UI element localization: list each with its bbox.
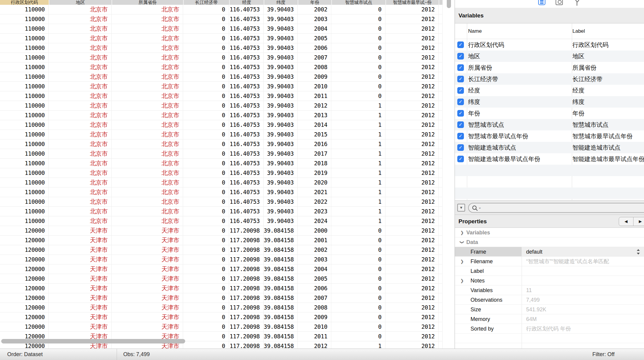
cell[interactable]: 117.20098 [229,284,264,293]
cell[interactable]: 120000 [0,245,49,255]
cell[interactable]: 1 [331,168,385,178]
cell[interactable]: 2008 [298,303,331,313]
chevron-right-icon[interactable]: ❯ [460,228,464,237]
cell[interactable]: 天津市 [49,303,112,313]
cell[interactable]: 116.40753 [229,43,264,53]
cell[interactable]: 2017 [298,149,331,159]
cell[interactable]: 北京市 [49,53,112,63]
cell[interactable]: 120000 [0,284,49,293]
cell[interactable]: 120000 [0,255,49,264]
cell[interactable]: 39.90403 [264,120,298,130]
cell[interactable]: 2005 [298,274,331,284]
cell[interactable]: 116.40753 [229,5,264,14]
cell[interactable]: 110000 [0,101,49,111]
cell[interactable]: 天津市 [49,274,112,284]
cell[interactable]: 天津市 [112,255,183,264]
cell[interactable]: 0 [331,313,385,322]
cell[interactable]: 北京市 [49,82,112,91]
cell[interactable]: 0 [183,43,229,53]
cell[interactable]: 2002 [298,245,331,255]
cell[interactable]: 0 [183,303,229,313]
cell[interactable]: 0 [183,159,229,168]
cell[interactable]: 北京市 [112,72,183,82]
variable-row[interactable]: ✓智能建造城市试点智能建造城市试点 [455,142,644,153]
cell[interactable]: 0 [183,332,229,341]
cell[interactable]: 120000 [0,236,49,245]
cell[interactable]: 0 [331,236,385,245]
cell[interactable]: 0 [331,63,385,72]
cell[interactable]: 2010 [298,82,331,91]
cell[interactable]: 2012 [385,245,439,255]
cell[interactable]: 39.90403 [264,14,298,24]
cell[interactable]: 天津市 [112,293,183,303]
cell[interactable]: 北京市 [112,82,183,91]
cell[interactable]: 2012 [385,255,439,264]
cell[interactable]: 39.90403 [264,53,298,63]
cell[interactable]: 0 [331,264,385,274]
cell[interactable]: 北京市 [112,63,183,72]
cell[interactable]: 2012 [298,341,331,349]
variable-row[interactable]: ✓年份年份 [455,108,644,119]
property-row[interactable]: Variables11 [455,285,644,295]
cell[interactable]: 北京市 [112,207,183,216]
cell[interactable]: 2012 [385,91,439,101]
name-column-header[interactable]: Name [468,23,482,39]
variable-row[interactable]: ✓行政区划代码行政区划代码 [455,39,644,50]
cell[interactable]: 天津市 [112,245,183,255]
cell[interactable]: 39.90403 [264,159,298,168]
cell[interactable]: 116.40753 [229,14,264,24]
cell[interactable]: 39.084158 [264,284,298,293]
cell[interactable]: 天津市 [49,313,112,322]
cell[interactable]: 2012 [385,168,439,178]
variable-row[interactable]: ✓智慧城市最早试点年份智慧城市最早试点年份 [455,130,644,142]
cell[interactable]: 120000 [0,274,49,284]
cell[interactable]: 0 [331,332,385,341]
variable-checkbox[interactable]: ✓ [457,76,464,82]
cell[interactable]: 39.084158 [264,293,298,303]
cell[interactable]: 2012 [385,284,439,293]
cell[interactable]: 0 [331,226,385,236]
cell[interactable]: 北京市 [112,159,183,168]
cell[interactable]: 39.084158 [264,236,298,245]
cell[interactable]: 2012 [385,303,439,313]
cell[interactable]: 110000 [0,5,49,14]
cell[interactable]: 北京市 [112,5,183,14]
cell[interactable]: 2004 [298,264,331,274]
cell[interactable]: 39.084158 [264,226,298,236]
cell[interactable]: 2007 [298,53,331,63]
cell[interactable]: 0 [331,72,385,82]
cell[interactable]: 北京市 [112,139,183,149]
variable-checkbox[interactable]: ✓ [457,144,464,151]
cell[interactable]: 39.90403 [264,130,298,139]
cell[interactable]: 1 [331,139,385,149]
cell[interactable]: 0 [183,63,229,72]
properties-back-button[interactable]: ◀ [619,217,633,226]
cell[interactable]: 天津市 [49,255,112,264]
cell[interactable]: 39.084158 [264,255,298,264]
cell[interactable]: 天津市 [112,322,183,332]
cell[interactable]: 天津市 [49,293,112,303]
cell[interactable]: 1 [331,188,385,197]
cell[interactable]: 110000 [0,34,49,43]
cell[interactable]: 天津市 [49,236,112,245]
cell[interactable]: 0 [331,43,385,53]
cell[interactable]: 39.90403 [264,72,298,82]
property-row[interactable]: Memory64M [455,314,644,324]
cell[interactable]: 0 [183,111,229,120]
search-input[interactable] [483,204,644,212]
cell[interactable]: 116.40753 [229,188,264,197]
cell[interactable]: 116.40753 [229,101,264,111]
cell[interactable]: 2012 [385,332,439,341]
cell[interactable]: 天津市 [112,303,183,313]
cell[interactable]: 北京市 [49,216,112,226]
cell[interactable]: 2012 [385,188,439,197]
cell[interactable]: 39.90403 [264,5,298,14]
cell[interactable]: 116.40753 [229,197,264,207]
cell[interactable]: 北京市 [49,197,112,207]
cell[interactable]: 2007 [298,293,331,303]
cell[interactable]: 2012 [385,101,439,111]
cell[interactable]: 0 [331,274,385,284]
cell[interactable]: 2012 [385,341,439,349]
cell[interactable]: 2010 [298,322,331,332]
cell[interactable]: 0 [183,5,229,14]
